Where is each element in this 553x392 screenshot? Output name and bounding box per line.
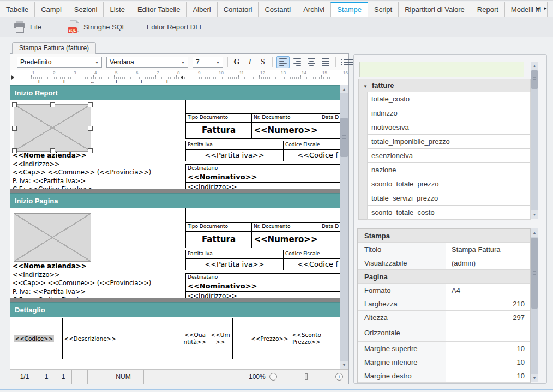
table-value-cell[interactable]: Fattura <box>186 123 252 138</box>
tab-stop-marker[interactable]: ← <box>90 79 95 85</box>
table-value-cell[interactable]: <<Partita iva>> <box>186 259 284 270</box>
property-group-pagina[interactable]: Pagina <box>358 270 530 284</box>
align-justify-button[interactable] <box>319 56 332 68</box>
tab-stop-marker[interactable]: L <box>166 79 170 85</box>
fiscal-table[interactable]: Partita Iva Codice Fiscale <<Partita iva… <box>185 250 340 270</box>
scroll-down-icon[interactable]: ▼ <box>531 374 538 382</box>
tab-stop-marker[interactable]: L <box>63 79 67 85</box>
company-line[interactable]: <<Indirizzo>> <box>13 271 182 280</box>
scroll-down-icon[interactable]: ▼ <box>340 361 348 369</box>
table-value-cell[interactable]: Fattura <box>186 232 252 248</box>
detail-cell-prezzo[interactable]: <<Prezzo>> <box>233 318 290 359</box>
table-value-cell[interactable] <box>320 232 340 248</box>
zoom-slider-thumb[interactable] <box>305 373 308 380</box>
field-item-motivoesiva[interactable]: motivoesiva <box>367 120 531 135</box>
field-item-totale_servizi_prezzo[interactable]: totale_servizi_prezzo <box>367 191 531 206</box>
tab-editor-tabelle[interactable]: Editor Tabelle <box>131 2 187 17</box>
canvas-vertical-scrollbar[interactable]: ▲ ▼ <box>340 85 348 369</box>
field-item-indirizzo[interactable]: indirizzo <box>367 106 531 120</box>
bold-button[interactable]: G <box>231 56 243 68</box>
recipient-table[interactable]: Destinatario <<Nominativo>> <<Indirizzo>… <box>185 273 340 298</box>
tab-scroll-arrows[interactable]: ◄► <box>536 6 551 11</box>
table-value-cell[interactable]: <<Nominativo>> <box>186 172 340 183</box>
field-search-input[interactable] <box>359 62 524 77</box>
property-value[interactable] <box>446 324 530 341</box>
scrollbar-thumb[interactable] <box>340 118 348 157</box>
file-button[interactable]: File <box>8 19 47 35</box>
orizzontale-checkbox[interactable] <box>484 329 492 337</box>
company-line[interactable]: P. Iva: <<Partita Iva>> <box>13 288 182 297</box>
fields-vertical-scrollbar[interactable]: ▲ ▼ <box>531 62 538 219</box>
style-select[interactable]: Predefinito▼ <box>17 57 102 68</box>
italic-button[interactable]: I <box>244 56 256 68</box>
scrollbar-thumb[interactable] <box>531 70 538 89</box>
scroll-up-icon[interactable]: ▲ <box>531 62 538 70</box>
detail-cell-codice[interactable]: <<Codice>> <box>13 318 63 359</box>
company-line[interactable]: P. Iva: <<Partita Iva>> <box>13 177 182 186</box>
zoom-out-button[interactable]: − <box>269 373 277 381</box>
tab-tabelle[interactable]: Tabelle <box>0 2 35 17</box>
detail-cell-um[interactable]: <<Um>> <box>208 318 233 359</box>
property-value[interactable]: 210 <box>446 297 530 310</box>
company-line[interactable]: <<Nome azienda>> <box>13 152 182 160</box>
font-select[interactable]: Verdana▼ <box>106 57 188 68</box>
property-value[interactable]: (admin) <box>446 256 530 269</box>
tab-alberi[interactable]: Alberi <box>186 2 217 17</box>
detail-cell-descrizione[interactable]: <<Descrizione>> <box>63 318 182 359</box>
property-value[interactable]: 297 <box>446 311 530 324</box>
tab-stampe[interactable]: Stampe <box>330 2 368 17</box>
recipient-table[interactable]: Destinatario <<Nominativo>> <<Indirizzo>… <box>185 164 340 189</box>
detail-cell-quantita[interactable]: <<Quantità>> <box>182 318 208 359</box>
company-line[interactable]: C.F.: <<Codice Fiscale>> <box>13 185 182 189</box>
property-value[interactable]: 10 <box>446 355 530 369</box>
table-value-cell[interactable]: <<Numero>> <box>252 232 320 248</box>
zoom-in-button[interactable]: + <box>335 373 343 381</box>
underline-button[interactable]: S <box>257 56 269 68</box>
detail-row-table[interactable]: <<Codice>> <<Descrizione>> <<Quantità>> … <box>13 318 322 359</box>
zoom-slider-track[interactable] <box>286 377 332 377</box>
table-value-cell[interactable]: <<Indirizzo>> <box>186 292 340 298</box>
align-center-button[interactable] <box>305 56 318 68</box>
field-item-sconto_totale_costo[interactable]: sconto_totale_costo <box>367 206 531 220</box>
property-value[interactable]: 10 <box>446 369 530 382</box>
logo-image-placeholder[interactable] <box>14 213 91 262</box>
company-address-block[interactable]: <<Nome azienda>><<Indirizzo>><<Cap>> <<C… <box>13 152 182 189</box>
property-value[interactable]: A4 <box>446 284 530 297</box>
company-line[interactable]: <<Indirizzo>> <box>13 160 182 169</box>
tab-script[interactable]: Script <box>368 2 399 17</box>
table-value-cell[interactable]: <<Codice f <box>284 259 340 270</box>
align-left-button[interactable] <box>276 56 290 68</box>
scrollbar-thumb[interactable] <box>531 238 538 309</box>
table-value-cell[interactable]: <<Partita iva>> <box>186 150 284 161</box>
table-value-cell[interactable]: <<Codice f <box>284 150 340 161</box>
table-value-cell[interactable]: <<Nominativo>> <box>186 281 340 292</box>
field-item-nazione[interactable]: nazione <box>367 163 531 177</box>
logo-image-placeholder[interactable] <box>14 104 91 152</box>
company-line[interactable]: <<Cap>> <<Comune>> (<<Provincia>>) <box>13 279 182 288</box>
tab-stop-marker[interactable]: L <box>116 79 119 85</box>
field-item-sconto_totale_prezzo[interactable]: sconto_totale_prezzo <box>367 177 531 191</box>
tab-ripartitori-di-valore[interactable]: Ripartitori di Valore <box>398 2 471 17</box>
field-item-esenzioneiva[interactable]: esenzioneiva <box>367 149 531 163</box>
right-margin-marker[interactable] <box>181 75 183 80</box>
field-item-totale_imponibile_prezzo[interactable]: totale_imponibile_prezzo <box>367 135 531 149</box>
tab-report[interactable]: Report <box>471 2 505 17</box>
left-margin-marker[interactable] <box>11 75 14 80</box>
table-value-cell[interactable]: <<Numero>> <box>252 123 320 138</box>
table-value-cell[interactable] <box>320 123 340 138</box>
sql-strings-button[interactable]: SQL Stringhe SQl <box>62 19 129 35</box>
document-header-table[interactable]: Tipo Documento Nr. Documento Data D Fatt… <box>185 113 340 139</box>
company-line[interactable]: <<Cap>> <<Comune>> (<<Provincia>>) <box>13 168 182 177</box>
field-item-totale_costo[interactable]: totale_costo <box>367 92 531 106</box>
company-line[interactable]: <<Nome azienda>> <box>13 262 182 271</box>
font-size-select[interactable]: 7▼ <box>193 57 223 68</box>
tab-sezioni[interactable]: Sezioni <box>68 2 104 17</box>
fields-group-header[interactable]: ▼fatture <box>358 79 531 92</box>
company-address-block[interactable]: <<Nome azienda>><<Indirizzo>><<Cap>> <<C… <box>13 262 182 298</box>
property-value[interactable]: Stampa Fattura <box>446 243 530 256</box>
scroll-down-icon[interactable]: ▼ <box>531 210 538 219</box>
editor-report-dll-button[interactable]: Editor Report DLL <box>141 19 209 35</box>
scroll-up-icon[interactable]: ▲ <box>340 85 348 93</box>
scroll-up-icon[interactable]: ▲ <box>531 228 538 237</box>
tab-contatori[interactable]: Contatori <box>217 2 259 17</box>
